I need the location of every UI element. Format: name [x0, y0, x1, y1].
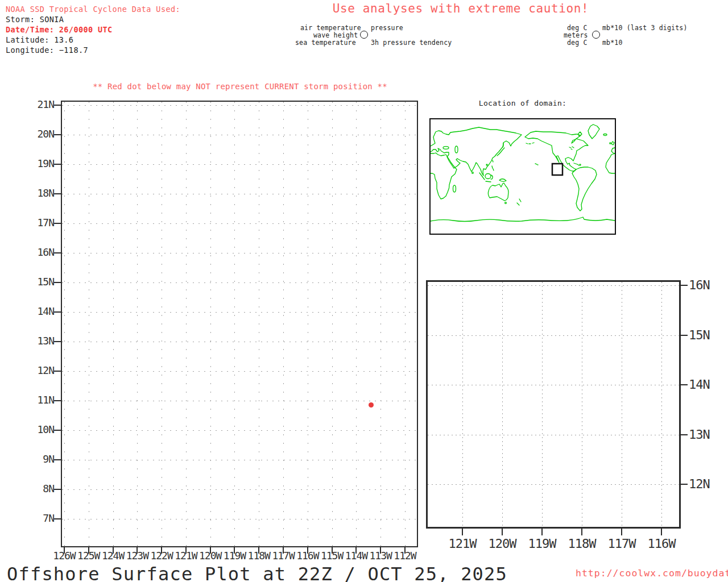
- new-guinea: [499, 179, 506, 182]
- inset-world-map: [429, 118, 616, 235]
- main-lon-label: 123W: [125, 550, 150, 562]
- zoom-lon-label: 121W: [445, 537, 479, 551]
- legend-wave-height: wave height: [313, 31, 358, 39]
- main-lat-tick: [54, 430, 61, 431]
- zoom-lon-label: 119W: [525, 537, 559, 551]
- zoom-lat-tick: [681, 434, 688, 435]
- zoom-lat-tick: [681, 484, 688, 485]
- main-gridline-v: [64, 102, 65, 546]
- main-gridline-v: [113, 102, 114, 546]
- main-lat-label: 19N: [23, 158, 54, 169]
- main-lat-tick: [54, 459, 61, 460]
- main-lon-label: 119W: [222, 550, 247, 562]
- main-gridline-v: [89, 102, 89, 546]
- zoom-lon-label: 118W: [565, 537, 599, 551]
- main-gridline-h: [62, 105, 417, 106]
- zoom-gridline-v: [661, 282, 662, 527]
- station-circle-icon: [360, 31, 368, 39]
- page-title: Offshore Surface Plot at 22Z / OCT 25, 2…: [7, 563, 507, 582]
- main-lat-tick: [54, 489, 61, 490]
- main-lon-label: 124W: [101, 550, 126, 562]
- main-gridline-v: [308, 102, 308, 546]
- zoom-gridline-v: [462, 282, 463, 527]
- zoom-lat-label: 15N: [689, 328, 710, 343]
- main-gridline-v: [380, 102, 381, 546]
- caution-title: Use analyses with extreme caution!: [284, 2, 637, 15]
- header-longitude: Longitude: −118.7: [6, 45, 88, 55]
- main-lon-label: 122W: [149, 550, 174, 562]
- java: [486, 181, 491, 182]
- zoom-gridline-v: [542, 282, 543, 527]
- caspian-sea: [455, 146, 458, 153]
- zoom-plot-area: [426, 280, 681, 529]
- zoom-lon-tick: [502, 529, 503, 535]
- main-lat-tick: [54, 193, 61, 194]
- source-url: http://coolwx.com/buoydata: [576, 568, 728, 579]
- zoom-lat-tick: [681, 335, 688, 336]
- borneo: [485, 174, 491, 179]
- iceland: [603, 134, 607, 136]
- main-gridline-h: [62, 194, 417, 194]
- main-gridline-v: [283, 102, 284, 546]
- main-lon-label: 118W: [246, 550, 271, 562]
- main-lat-tick: [54, 252, 61, 253]
- zoom-gridline-h: [428, 385, 679, 385]
- main-lat-label: 15N: [23, 276, 54, 288]
- zoom-lat-tick: [681, 285, 688, 286]
- zoom-gridline-h: [428, 335, 679, 336]
- main-gridline-v: [210, 102, 211, 546]
- legend-units-air: deg C: [567, 24, 588, 32]
- inset-map-title: Location of domain:: [429, 99, 616, 107]
- main-gridline-h: [62, 282, 417, 283]
- main-lon-label: 120W: [198, 550, 223, 562]
- main-gridline-h: [62, 253, 417, 253]
- main-gridline-h: [62, 460, 417, 460]
- zoom-gridline-v: [582, 282, 582, 527]
- main-lat-tick: [54, 518, 61, 519]
- legend-units-tendency: mb*10: [602, 39, 623, 47]
- hainan: [486, 164, 487, 165]
- header-data-source: NOAA SSD Tropical Cyclone Data Used:: [6, 5, 180, 14]
- main-lat-label: 13N: [23, 335, 54, 347]
- main-gridline-v: [405, 102, 406, 546]
- main-lat-label: 7N: [23, 513, 54, 524]
- coastline-eurasia: [431, 127, 522, 176]
- main-lat-label: 21N: [23, 99, 54, 110]
- main-lat-label: 8N: [23, 483, 54, 494]
- aleutians: [526, 143, 534, 144]
- hispaniola: [580, 164, 581, 165]
- world-map-svg: [431, 119, 615, 234]
- main-lat-label: 20N: [23, 128, 54, 140]
- main-lon-label: 126W: [52, 550, 77, 562]
- legend-units-sea: deg C: [567, 39, 588, 47]
- main-plot-area: [61, 101, 418, 547]
- zoom-lat-label: 16N: [689, 278, 710, 293]
- philippines: [492, 166, 494, 171]
- header-datetime: Date/Time: 26/0000 UTC: [6, 25, 113, 34]
- tasmania: [505, 202, 507, 204]
- main-lat-tick: [54, 105, 61, 106]
- coastline-africa-west: [606, 153, 615, 173]
- main-gridline-h: [62, 371, 417, 372]
- main-gridline-h: [62, 519, 417, 519]
- station-circle-icon: [592, 31, 600, 39]
- domain-rectangle: [552, 164, 562, 175]
- main-gridline-h: [62, 135, 417, 135]
- main-lat-label: 16N: [23, 247, 54, 258]
- legend-air-temperature: air temperature: [300, 24, 361, 32]
- main-lon-label: 112W: [392, 550, 417, 562]
- black-sea: [443, 147, 449, 149]
- main-gridline-v: [356, 102, 357, 546]
- main-lon-label: 117W: [271, 550, 296, 562]
- main-gridline-v: [259, 102, 259, 546]
- coastline-iberia: [611, 148, 615, 153]
- hawaii: [535, 164, 538, 165]
- zoom-lon-label: 116W: [644, 537, 679, 551]
- main-gridline-h: [62, 223, 417, 224]
- zoom-lon-tick: [621, 529, 622, 535]
- main-gridline-h: [62, 430, 417, 431]
- main-lat-label: 17N: [23, 217, 54, 228]
- main-gridline-h: [62, 312, 417, 313]
- main-gridline-v: [137, 102, 138, 546]
- coastline-africa-east: [431, 153, 457, 199]
